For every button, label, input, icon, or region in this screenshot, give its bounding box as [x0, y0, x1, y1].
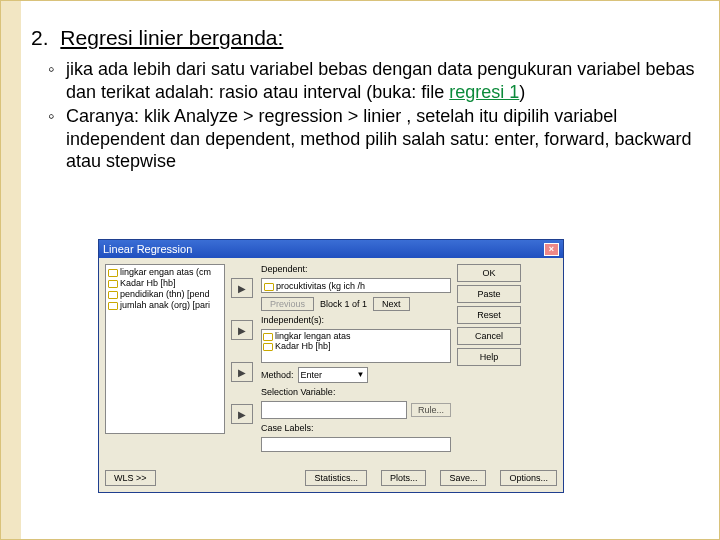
previous-button[interactable]: Previous — [261, 297, 314, 311]
case-labels-field[interactable] — [261, 437, 451, 452]
slide-content: 2. Regresi linier berganda: jika ada leb… — [31, 26, 699, 175]
dependent-label: Dependent: — [261, 264, 451, 274]
bullet-item: Caranya: klik Analyze > regression > lin… — [66, 105, 699, 173]
case-labels-label: Case Labels: — [261, 423, 451, 433]
bullet-list: jika ada lebih dari satu variabel bebas … — [66, 58, 699, 173]
list-item[interactable]: Kadar Hb [hb] — [263, 341, 449, 351]
paste-button[interactable]: Paste — [457, 285, 521, 303]
selection-variable-label: Selection Variable: — [261, 387, 451, 397]
selection-variable-field[interactable] — [261, 401, 407, 419]
heading: 2. Regresi linier berganda: — [31, 26, 699, 50]
list-item[interactable]: lingkar engan atas (cm — [108, 267, 222, 277]
list-item[interactable]: jumlah anak (org) [pari — [108, 300, 222, 310]
var-label: lingkar engan atas (cm — [120, 267, 211, 277]
var-label: lingkar lengan atas — [275, 331, 351, 341]
scale-icon — [263, 341, 273, 351]
scale-icon — [264, 281, 274, 291]
dep-value: procuktivitas (kg ich /h — [276, 281, 365, 291]
method-select[interactable]: Enter▼ — [298, 367, 368, 383]
move-to-caselabels-button[interactable]: ▶ — [231, 404, 253, 424]
var-label: pendidikan (thn) [pend — [120, 289, 210, 299]
bullet-item: jika ada lebih dari satu variabel bebas … — [66, 58, 699, 103]
var-label: Kadar Hb [hb] — [275, 341, 331, 351]
scale-icon — [108, 267, 118, 277]
heading-title: Regresi linier berganda: — [60, 26, 283, 49]
heading-number: 2. — [31, 26, 49, 49]
list-item[interactable]: Kadar Hb [hb] — [108, 278, 222, 288]
scale-icon — [108, 278, 118, 288]
plots-button[interactable]: Plots... — [381, 470, 427, 486]
decorative-stripe — [1, 1, 21, 539]
list-item[interactable]: lingkar lengan atas — [263, 331, 449, 341]
method-value: Enter — [301, 370, 323, 380]
scale-icon — [108, 300, 118, 310]
independent-label: Independent(s): — [261, 315, 451, 325]
independent-list[interactable]: lingkar lengan atas Kadar Hb [hb] — [261, 329, 451, 362]
file-link[interactable]: regresi 1 — [449, 82, 519, 102]
ok-button[interactable]: OK — [457, 264, 521, 282]
next-button[interactable]: Next — [373, 297, 410, 311]
wls-button[interactable]: WLS >> — [105, 470, 156, 486]
var-label: Kadar Hb [hb] — [120, 278, 176, 288]
statistics-button[interactable]: Statistics... — [305, 470, 367, 486]
save-button[interactable]: Save... — [440, 470, 486, 486]
chevron-down-icon: ▼ — [357, 370, 365, 379]
cancel-button[interactable]: Cancel — [457, 327, 521, 345]
var-label: jumlah anak (org) [pari — [120, 300, 210, 310]
titlebar[interactable]: Linear Regression × — [99, 240, 563, 258]
move-to-dependent-button[interactable]: ▶ — [231, 278, 253, 298]
reset-button[interactable]: Reset — [457, 306, 521, 324]
rule-button[interactable]: Rule... — [411, 403, 451, 417]
scale-icon — [108, 289, 118, 299]
method-label: Method: — [261, 370, 294, 380]
scale-icon — [263, 331, 273, 341]
bullet-text: jika ada lebih dari satu variabel bebas … — [66, 59, 694, 102]
source-variable-list[interactable]: lingkar engan atas (cm Kadar Hb [hb] pen… — [105, 264, 225, 434]
move-to-selection-button[interactable]: ▶ — [231, 362, 253, 382]
list-item[interactable]: pendidikan (thn) [pend — [108, 289, 222, 299]
help-button[interactable]: Help — [457, 348, 521, 366]
block-text: Block 1 of 1 — [320, 299, 367, 309]
dialog-title: Linear Regression — [103, 243, 192, 255]
linear-regression-dialog: Linear Regression × lingkar engan atas (… — [98, 239, 564, 493]
bullet-text: Caranya: klik Analyze > regression > lin… — [66, 106, 691, 171]
close-icon[interactable]: × — [544, 243, 559, 256]
options-button[interactable]: Options... — [500, 470, 557, 486]
bullet-text: ) — [519, 82, 525, 102]
move-to-independent-button[interactable]: ▶ — [231, 320, 253, 340]
dependent-field[interactable]: procuktivitas (kg ich /h — [261, 278, 451, 293]
